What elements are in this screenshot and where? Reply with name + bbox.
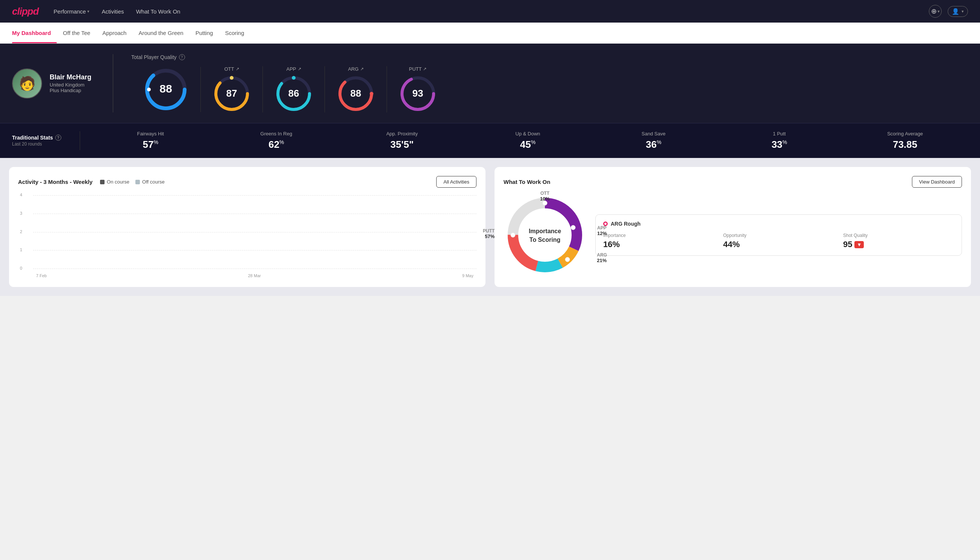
app-donut-svg: 86 — [275, 75, 313, 112]
activity-card-title: Activity - 3 Months - Weekly — [18, 178, 93, 185]
quality-help-icon[interactable]: ? — [179, 54, 185, 60]
player-info: 🧑 Blair McHarg United Kingdom Plus Handi… — [12, 68, 95, 98]
info-card-title: ARG Rough — [603, 221, 954, 227]
wtwo-body: OTT 10% APP 12% ARG 21% PUTT 57% — [504, 194, 962, 277]
svg-text:88: 88 — [351, 88, 361, 99]
svg-point-14 — [369, 92, 373, 95]
subnav-scoring[interactable]: Scoring — [219, 23, 250, 43]
player-country: United Kingdom — [50, 82, 92, 88]
arg-quality-circle: ARG ↗ 88 — [325, 66, 387, 112]
x-label-may: 9 May — [462, 273, 473, 278]
arg-label: ARG ↗ — [348, 66, 363, 72]
stats-label: Traditional Stats ? — [12, 135, 72, 141]
player-name: Blair McHarg — [50, 73, 92, 81]
svg-point-27 — [565, 257, 570, 262]
svg-point-6 — [230, 76, 233, 80]
all-activities-button[interactable]: All Activities — [436, 176, 476, 188]
subnav-approach[interactable]: Approach — [96, 23, 132, 43]
user-chevron: ▾ — [962, 9, 964, 14]
svg-text:88: 88 — [160, 82, 172, 95]
svg-point-10 — [292, 76, 296, 80]
putt-label: PUTT ↗ — [409, 66, 427, 72]
stats-bar: Traditional Stats ? Last 20 rounds Fairw… — [0, 123, 980, 158]
total-donut-svg: 88 — [143, 67, 188, 112]
quality-section: Total Player Quality ? 88 — [131, 54, 968, 112]
app-arrow-icon: ↗ — [298, 67, 301, 72]
shot-quality-badge: ▼ — [854, 241, 864, 248]
stat-app-proximity: App. Proximity 35'5" — [339, 131, 465, 150]
arg-donut-label: ARG 21% — [597, 252, 607, 263]
svg-text:86: 86 — [288, 88, 299, 99]
info-metrics: Importance 16% Opportunity 44% Shot Qual… — [603, 233, 954, 249]
stats-divider — [80, 131, 80, 150]
svg-point-2 — [147, 88, 151, 92]
svg-text:93: 93 — [413, 88, 423, 99]
off-course-dot — [135, 180, 140, 184]
stat-one-putt: 1 Putt 33% — [716, 131, 842, 150]
svg-point-28 — [511, 233, 515, 237]
stat-scoring-avg: Scoring Average 73.85 — [842, 131, 968, 150]
stat-sand-save: Sand Save 36% — [591, 131, 716, 150]
subnav-my-dashboard[interactable]: My Dashboard — [12, 23, 57, 43]
view-dashboard-button[interactable]: View Dashboard — [912, 176, 962, 188]
plus-icon: ⊕ — [931, 7, 937, 15]
hero-section: 🧑 Blair McHarg United Kingdom Plus Handi… — [0, 43, 980, 123]
svg-text:Importance: Importance — [529, 228, 561, 234]
nav-links: Performance ▾ Activities What To Work On — [54, 8, 929, 15]
svg-point-26 — [571, 225, 576, 230]
subnav-putting[interactable]: Putting — [190, 23, 219, 43]
stat-greens-in-reg: Greens In Reg 62% — [213, 131, 339, 150]
putt-arrow-icon: ↗ — [423, 67, 426, 72]
stats-help-icon[interactable]: ? — [55, 135, 61, 141]
app-donut-label: APP 12% — [597, 225, 607, 236]
ott-quality-circle: OTT ↗ 87 — [201, 66, 263, 112]
wtwo-header: What To Work On View Dashboard — [504, 176, 962, 188]
user-button[interactable]: 👤 ▾ — [948, 6, 968, 17]
nav-activities[interactable]: Activities — [101, 8, 124, 15]
putt-donut-svg: 93 — [399, 75, 437, 112]
app-quality-circle: APP ↗ 86 — [263, 66, 325, 112]
arg-donut-svg: 88 — [337, 75, 374, 112]
opportunity-metric: Opportunity 44% — [723, 233, 834, 249]
putt-donut-label: PUTT 57% — [483, 228, 494, 239]
chart-bars — [33, 195, 476, 269]
ott-arrow-icon: ↗ — [236, 67, 239, 72]
logo[interactable]: clippd — [12, 6, 39, 17]
shot-quality-metric: Shot Quality 95 ▼ — [843, 233, 954, 249]
subnav-around-the-green[interactable]: Around the Green — [132, 23, 189, 43]
activity-legend: On course Off course — [100, 179, 165, 185]
player-handicap: Plus Handicap — [50, 88, 92, 93]
nav-what-to-work-on[interactable]: What To Work On — [136, 8, 181, 15]
on-course-dot — [100, 180, 105, 184]
arg-arrow-icon: ↗ — [360, 67, 364, 72]
quality-circles: 88 OTT ↗ 87 — [131, 66, 968, 112]
total-quality-circle: 88 — [131, 67, 201, 112]
legend-off-course: Off course — [135, 179, 165, 185]
svg-point-24 — [519, 209, 571, 262]
bottom-section: Activity - 3 Months - Weekly On course O… — [0, 158, 980, 296]
stat-fairways-hit: Fairways Hit 57% — [88, 131, 213, 150]
stats-label-section: Traditional Stats ? Last 20 rounds — [12, 135, 72, 147]
ott-donut-label: OTT 10% — [540, 191, 550, 202]
stat-up-down: Up & Down 45% — [465, 131, 591, 150]
importance-donut-wrap: OTT 10% APP 12% ARG 21% PUTT 57% — [504, 194, 586, 277]
what-to-work-on-card: What To Work On View Dashboard OTT 10% A… — [494, 167, 971, 287]
quality-label: Total Player Quality ? — [131, 54, 968, 60]
user-icon: 👤 — [952, 8, 959, 15]
app-label: APP ↗ — [286, 66, 301, 72]
hero-divider — [113, 54, 113, 112]
nav-performance[interactable]: Performance ▾ — [54, 8, 90, 15]
top-nav: clippd Performance ▾ Activities What To … — [0, 0, 980, 23]
add-button[interactable]: ⊕ ▾ — [929, 5, 942, 18]
subnav-off-the-tee[interactable]: Off the Tee — [57, 23, 96, 43]
performance-chevron: ▾ — [87, 9, 90, 14]
x-label-mar: 28 Mar — [248, 273, 261, 278]
activity-card: Activity - 3 Months - Weekly On course O… — [9, 167, 486, 287]
x-label-feb: 7 Feb — [36, 273, 47, 278]
svg-text:To Scoring: To Scoring — [529, 237, 560, 243]
ott-label: OTT ↗ — [225, 66, 239, 72]
ott-donut-svg: 87 — [213, 75, 250, 112]
stats-sublabel: Last 20 rounds — [12, 142, 72, 147]
add-chevron: ▾ — [937, 9, 940, 14]
activity-bar-chart: 4 3 2 1 0 — [18, 195, 476, 278]
